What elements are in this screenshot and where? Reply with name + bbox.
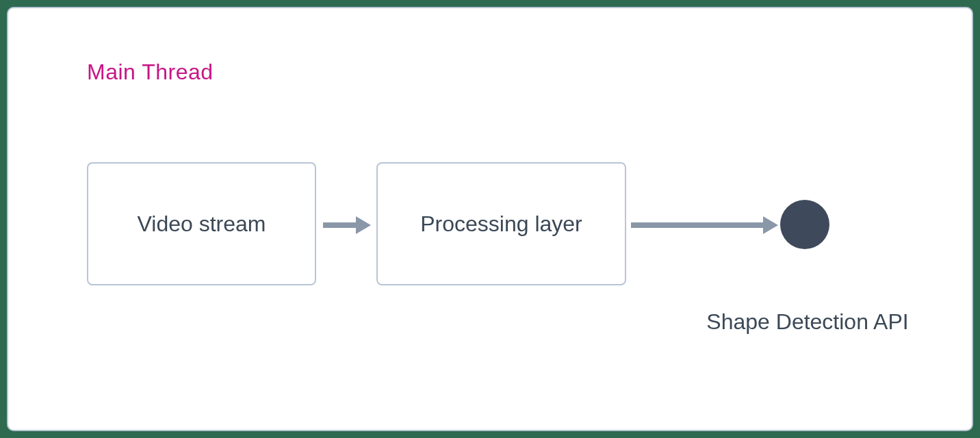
thread-panel: Main Thread Video stream Processing laye… <box>7 7 973 431</box>
svg-marker-3 <box>763 216 778 234</box>
node-shape-api-circle <box>780 200 829 249</box>
thread-title: Main Thread <box>87 60 214 85</box>
node-shape-api-label: Shape Detection API <box>705 309 910 335</box>
node-video-stream: Video stream <box>87 162 316 285</box>
flow-row: Video stream Processing layer <box>87 162 626 285</box>
node-processing-layer: Processing layer <box>376 162 626 285</box>
arrow-icon <box>631 215 778 235</box>
endpoint-group: Shape Detection API <box>780 200 829 249</box>
